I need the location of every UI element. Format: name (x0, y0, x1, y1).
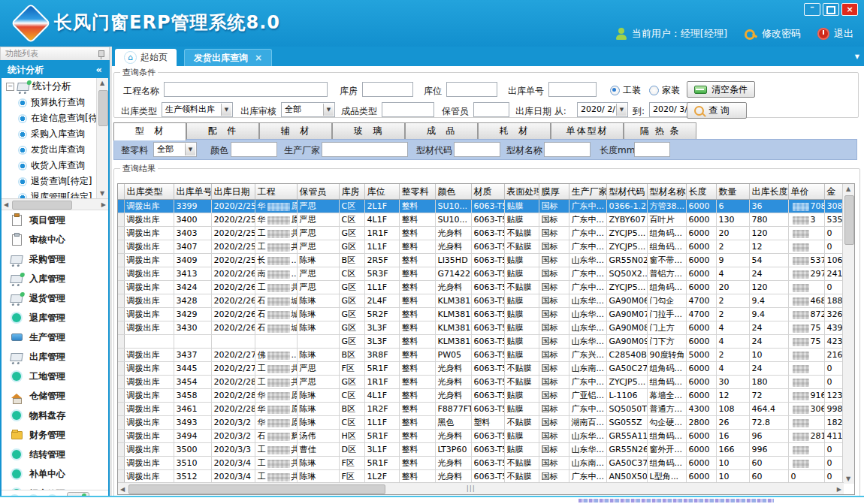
table-row[interactable]: 调拨出库34582020/2/28华原...陈琳C区4L1F整料光身料6063-… (118, 389, 844, 403)
material-tab-配件[interactable]: 配 件 (186, 122, 259, 139)
column-header-长度[interactable]: 长度 (686, 184, 716, 200)
column-header-出库长度[interactable]: 出库长度 (749, 184, 788, 200)
table-row[interactable]: 调拨出库34242020/2/26工共工程严思G区1L1F整料光身料6063-T… (118, 281, 844, 294)
table-row[interactable]: 调拨出库34612020/2/28华原...陈琳B区1R2F整料F8877FT6… (118, 403, 844, 416)
location-input[interactable] (446, 82, 497, 97)
table-row[interactable]: 调拨出库34292020/2/26石城陈琳G区5R2F整料KLM38176063… (118, 308, 844, 321)
maximize-button[interactable] (823, 3, 839, 16)
column-header-单价[interactable]: 单价 (788, 184, 824, 200)
minimize-button[interactable]: – (804, 3, 820, 16)
out-type-select[interactable]: 生产领料出库 ▼ (162, 102, 233, 117)
table-row[interactable]: 调拨出库34282020/2/26石城陈琳G区2L4F整料KLM38176063… (118, 294, 844, 308)
column-header-型材代码[interactable]: 型材代码 (606, 184, 647, 200)
material-tab-成品[interactable]: 成 品 (405, 122, 478, 139)
scrollbar-thumb[interactable] (128, 484, 385, 494)
tree-expander-icon[interactable]: − (6, 83, 14, 91)
scroll-up-icon[interactable]: ▲ (100, 80, 104, 86)
column-header-整零料[interactable]: 整零料 (399, 184, 435, 200)
scroll-up-icon[interactable]: ▲ (846, 186, 850, 192)
column-header-出库类型[interactable]: 出库类型 (124, 184, 174, 200)
sidebar-item-审核中心[interactable]: 审核中心 (2, 230, 108, 249)
sidebar-item-财务管理[interactable]: 财务管理 (2, 425, 108, 445)
length-input[interactable] (634, 142, 670, 157)
collapse-icon[interactable]: « (96, 62, 102, 78)
sidebar-item-入库管理[interactable]: 入库管理 (2, 269, 108, 288)
column-header-材质[interactable]: 材质 (471, 184, 504, 200)
table-row[interactable]: 调拨出库33992020/2/25华原...严思C区2L1F整料SU10...6… (118, 200, 844, 213)
tree-vertical-scrollbar[interactable]: ▲ ▼ (96, 78, 108, 198)
table-row[interactable]: 调拨出库35002020/3/3工共工程曹佳D区3L1F整料LT3P606063… (118, 443, 844, 457)
radio-gongzhuang[interactable]: 工装 (610, 84, 641, 97)
table-row[interactable]: 调拨出库35102020/3/4工共工程陈琳F区5R1F整料光身料6063-T5… (118, 457, 844, 470)
change-password-button[interactable]: 修改密码 (744, 27, 801, 41)
grid-vertical-scrollbar[interactable]: ▲ ▼ (842, 184, 854, 484)
scroll-left-icon[interactable]: ◀ (120, 486, 125, 493)
tree-item[interactable]: 发货出库查询 (2, 142, 108, 158)
color-input[interactable] (231, 142, 277, 157)
column-header-型材名称[interactable]: 型材名称 (647, 184, 686, 200)
column-header-保管员[interactable]: 保管员 (297, 184, 339, 200)
scroll-down-icon[interactable]: ▼ (100, 190, 104, 197)
column-header-颜色[interactable]: 颜色 (435, 184, 471, 200)
scroll-right-icon[interactable]: ▶ (837, 486, 841, 493)
column-header-膜厚[interactable]: 膜厚 (539, 184, 569, 200)
sidebar-item-报废管理[interactable]: 报废管理 (2, 484, 108, 490)
audit-select[interactable]: 全部 ▼ (281, 102, 335, 117)
tab-起始页[interactable]: ⌂起始页 (115, 49, 177, 66)
table-row[interactable]: G区3L3F整料KLM38176063-T5贴膜国标山东华...GA90M09.… (118, 335, 844, 349)
column-header-表面处理[interactable]: 表面处理 (504, 184, 539, 200)
tree-root[interactable]: − 统计分析 (2, 78, 108, 95)
pin-icon[interactable] (98, 50, 104, 57)
material-tab-型材[interactable]: 型 材 (113, 122, 186, 140)
material-tab-玻璃[interactable]: 玻 璃 (332, 122, 405, 139)
column-header-生产厂家[interactable]: 生产厂家 (569, 184, 606, 200)
sidebar-item-补单中心[interactable]: 补单中心 (2, 464, 108, 484)
project-name-input[interactable] (164, 82, 328, 97)
column-header-出库单号[interactable]: 出库单号 (174, 184, 211, 200)
sidebar-item-生产管理[interactable]: 生产管理 (2, 327, 108, 347)
sidebar-section-header[interactable]: 统计分析 « (2, 62, 108, 78)
table-row[interactable]: 调拨出库35122020/3/4工共工程陈琳F区1L2F整料光身料6063-T5… (118, 470, 844, 484)
table-row[interactable]: 调拨出库34932020/3/2华原...陈琳C区1L1F整料黑色塑料不贴膜国标… (118, 416, 844, 430)
column-header-工程[interactable]: 工程 (255, 184, 297, 200)
table-row[interactable]: 调拨出库34002020/2/25华原...严思C区4L1F整料SU10...6… (118, 213, 844, 227)
table-row[interactable]: 调拨出库34092020/2/25长...陈琳B区2R5F整料LI35HD606… (118, 254, 844, 267)
material-tab-隔热条[interactable]: 隔 热 条 (624, 122, 696, 139)
keeper-input[interactable] (473, 102, 509, 117)
product-type-input[interactable] (382, 102, 434, 117)
profile-code-input[interactable] (454, 142, 500, 157)
material-tab-单体型材[interactable]: 单体型材 (551, 122, 624, 139)
table-row[interactable]: 调拨出库34032020/2/25工共工程严思G区1R1F整料光身料6063-T… (118, 227, 844, 240)
splitter-grip-icon[interactable]: ||| (467, 484, 476, 492)
scroll-down-icon[interactable]: ▼ (846, 475, 850, 482)
radio-jiazhuang[interactable]: 家装 (649, 84, 680, 97)
scroll-right-icon[interactable]: ▶ (101, 201, 106, 208)
profile-name-input[interactable] (544, 142, 591, 157)
close-button[interactable]: × (841, 3, 858, 16)
tree-horizontal-scrollbar[interactable]: ◀ ▶ (2, 199, 108, 210)
scroll-left-icon[interactable]: ◀ (4, 201, 8, 208)
warehouse-input[interactable] (362, 82, 413, 97)
table-row[interactable]: 调拨出库34072020/2/25工共工程严思G区1L1F整料光身料6063-T… (118, 240, 844, 254)
logout-button[interactable]: 退出 (817, 27, 853, 41)
close-tab-icon[interactable]: × (255, 53, 262, 63)
sidebar-item-项目管理[interactable]: 项目管理 (2, 210, 108, 230)
tree-item[interactable]: 收货入库查询 (2, 158, 108, 174)
tree-item[interactable]: 预算执行查询 (2, 95, 108, 110)
table-row[interactable]: 调拨出库34132020/2/26南...严思C区5R3F整料G71422606… (118, 267, 844, 281)
sidebar-item-退库管理[interactable]: 退库管理 (2, 308, 108, 327)
column-header-库位[interactable]: 库位 (364, 184, 399, 200)
search-button[interactable]: 查 询 (687, 102, 747, 119)
tree-item[interactable]: 在途信息查询[待 (2, 110, 108, 126)
tree-item[interactable]: 退库管理[待定] (2, 189, 108, 199)
column-header-库房[interactable]: 库房 (339, 184, 364, 200)
clear-conditions-button[interactable]: 清空条件 (687, 81, 755, 98)
column-header-出库日期[interactable]: 出库日期 (211, 184, 255, 200)
tab-overflow-arrow-icon[interactable]: ▼ (855, 53, 859, 60)
table-row[interactable]: 调拨出库34942020/3/2石辉城汤伟H区5R1F整料光身料6063-T5贴… (118, 430, 844, 443)
sidebar-item-采购管理[interactable]: 采购管理 (2, 249, 108, 269)
order-no-input[interactable] (548, 82, 597, 97)
maker-input[interactable] (322, 142, 408, 157)
tree-item[interactable]: 退货查询[待定] (2, 174, 108, 189)
sidebar-item-仓储管理[interactable]: 仓储管理 (2, 386, 108, 406)
